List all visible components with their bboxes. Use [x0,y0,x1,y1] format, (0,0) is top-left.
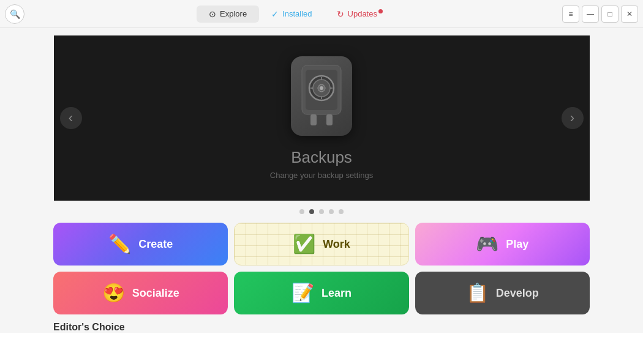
tab-bar: ⊙ Explore ✓ Installed ↻ Updates [29,6,562,23]
menu-icon: ≡ [568,10,573,18]
search-icon: 🔍 [10,9,20,19]
category-develop-label: Develop [496,287,539,300]
tab-updates-label: Updates [348,9,383,18]
backups-svg-icon [297,62,346,130]
hero-next-button[interactable]: › [562,107,584,129]
svg-rect-10 [310,114,317,125]
category-grid: ✏️ Create ✅ Work 🎮 Play 😍 Socialize � [0,223,643,314]
tab-updates[interactable]: ↻ Updates [325,6,395,23]
maximize-button[interactable]: □ [601,6,619,23]
search-button[interactable]: 🔍 [5,4,24,24]
close-button[interactable]: ✕ [621,6,638,23]
play-icon: 🎮 [476,235,498,253]
minimize-icon: — [587,10,594,18]
content-area: ‹ [0,28,643,333]
tab-explore-label: Explore [220,9,247,18]
create-icon: ✏️ [108,235,131,253]
editors-choice-title: Editor's Choice [53,322,590,333]
category-play-button[interactable]: 🎮 Play [415,223,590,266]
chevron-left-icon: ‹ [69,110,73,126]
category-create-button[interactable]: ✏️ Create [53,223,228,266]
svg-rect-11 [326,114,333,125]
category-socialize-button[interactable]: 😍 Socialize [53,272,228,314]
dot-5[interactable] [339,209,344,214]
hero-wrapper: ‹ [0,35,643,201]
hero-prev-button[interactable]: ‹ [60,107,82,129]
category-create-label: Create [138,238,173,251]
hero-app-icon [291,56,352,136]
tab-installed[interactable]: ✓ Installed [259,6,324,23]
category-play-label: Play [506,238,528,251]
updates-dot [378,9,383,13]
dot-2[interactable] [309,209,314,214]
hero-app-subtitle: Change your backup settings [270,171,373,180]
hero-app-name: Backups [291,148,352,167]
minimize-button[interactable]: — [582,6,599,23]
category-work-label: Work [323,238,350,251]
dot-4[interactable] [329,209,334,214]
category-develop-button[interactable]: 📋 Develop [415,272,590,314]
work-grid-bg [235,223,408,265]
category-socialize-label: Socialize [132,287,179,300]
window-controls: ≡ — □ ✕ [562,6,638,23]
chevron-right-icon: › [570,110,574,126]
main-content: ‹ [0,28,643,364]
updates-icon: ↻ [337,9,344,19]
svg-point-5 [320,86,323,90]
work-icon: ✅ [293,235,315,253]
tab-explore[interactable]: ⊙ Explore [197,6,259,23]
category-learn-button[interactable]: 📝 Learn [234,272,408,314]
installed-icon: ✓ [271,9,279,19]
tab-installed-label: Installed [282,9,312,18]
hero-banner: ‹ [54,35,590,201]
editors-choice-section: Editor's Choice [0,322,643,333]
carousel-dots [0,201,643,223]
category-work-button[interactable]: ✅ Work [234,223,408,266]
menu-button[interactable]: ≡ [562,6,579,23]
learn-icon: 📝 [291,284,314,302]
develop-icon: 📋 [466,284,489,302]
titlebar: 🔍 ⊙ Explore ✓ Installed ↻ Updates ≡ — □ [0,0,643,28]
explore-icon: ⊙ [209,9,216,19]
close-icon: ✕ [626,10,633,18]
socialize-icon: 😍 [102,284,125,302]
category-learn-label: Learn [322,287,352,300]
maximize-icon: □ [607,10,612,18]
dot-3[interactable] [319,209,324,214]
dot-1[interactable] [299,209,304,214]
